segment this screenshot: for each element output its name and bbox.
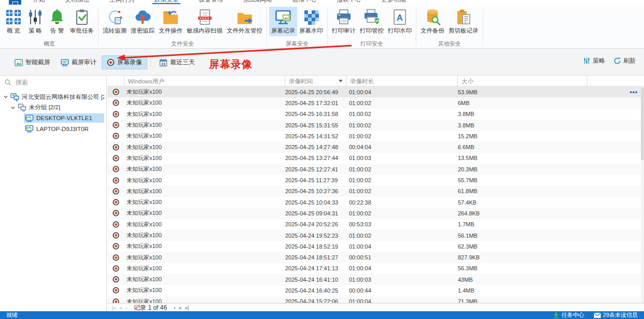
ribbon-button[interactable]: 泄密追踪: [129, 7, 157, 36]
vertical-scrollbar[interactable]: [641, 86, 644, 303]
toolbar-button[interactable]: 23最近三天: [154, 55, 200, 69]
ribbon-button[interactable]: 策 略: [24, 7, 46, 36]
device-tree: 河北安固云网络科技有限公司 [2/2]未分组 [2/2]DESKTOP-VLKT…: [0, 88, 106, 134]
table-row[interactable]: 未知玩家x1002025-04-25 12:27:4101:00:0220.3M…: [107, 164, 641, 175]
unread-messages-button[interactable]: 29条未读信息: [594, 311, 638, 319]
sort-desc-icon[interactable]: [339, 80, 343, 82]
table-row[interactable]: 未知玩家x1002025-04-24 18:52:1901:00:0462.3M…: [107, 241, 641, 252]
record-dot-icon: [113, 254, 119, 261]
column-header-大小[interactable]: 大小: [458, 76, 587, 86]
toolbar-button[interactable]: 截屏审计: [55, 55, 102, 69]
ribbon-button[interactable]: 文件操作: [157, 7, 185, 36]
tab-2[interactable]: 文档加密: [58, 0, 96, 5]
table-row[interactable]: 未知玩家x1002025-04-25 15:31:5501:00:023.8MB…: [107, 120, 641, 130]
table-row[interactable]: 未知玩家x1002025-04-24 17:41:1301:00:0456.3M…: [107, 263, 641, 274]
search-input[interactable]: [15, 78, 94, 86]
user-cell: 未知玩家x100: [124, 276, 285, 283]
size-cell: 13.5MB: [458, 155, 587, 161]
mail-icon: [594, 312, 601, 318]
toolbar-button[interactable]: 屏幕录像: [102, 55, 147, 69]
ribbon-button[interactable]: 屏幕记录: [269, 7, 297, 36]
toolbar-right-button[interactable]: 刷新: [613, 56, 636, 65]
table-row[interactable]: 未知玩家x1002025-04-24 19:52:2301:00:0256.1M…: [107, 230, 641, 241]
ribbon-button[interactable]: 流转追溯: [101, 7, 129, 36]
db-search-icon: [424, 8, 441, 26]
tree-node-3[interactable]: DESKTOP-VLKTLE1: [0, 113, 106, 124]
column-header-录像时间[interactable]: 录像时间: [285, 76, 346, 86]
ribbon-button[interactable]: 打印审计: [330, 7, 358, 36]
ribbon-button[interactable]: 打印管控: [358, 7, 386, 36]
column-header-录像时长[interactable]: 录像时长: [346, 76, 458, 86]
ribbon-button-label: 泄密追踪: [131, 27, 155, 35]
pager-first-button[interactable]: |«: [110, 305, 118, 311]
column-header-icon[interactable]: [107, 76, 124, 86]
pager-last-button[interactable]: »|: [183, 305, 190, 311]
ribbon-button[interactable]: 告 警: [46, 7, 68, 36]
scrollbar-thumb[interactable]: [641, 88, 644, 160]
annotation-text: 屏幕录像: [209, 57, 253, 71]
ribbon-button[interactable]: 文件外发管控: [225, 7, 264, 36]
more-icon[interactable]: •••: [587, 89, 641, 96]
tree-node-2[interactable]: 未分组 [2/2]: [0, 103, 106, 113]
task-center-button[interactable]: 任务中心: [553, 311, 584, 319]
table-row[interactable]: 未知玩家x1002025-04-25 14:31:5201:00:0215.2M…: [107, 130, 641, 141]
chevron-down-icon[interactable]: [2, 94, 9, 99]
table-row[interactable]: 未知玩家x1002025-04-25 14:27:4800:04:046.6MB…: [107, 141, 641, 152]
record-cell: [107, 243, 124, 250]
column-header-Windows用户[interactable]: Windows用户: [124, 76, 285, 86]
table-row[interactable]: 未知玩家x1002025-04-25 20:56:4901:00:0453.9M…: [107, 86, 641, 97]
pager-prev-button[interactable]: ‹: [124, 305, 129, 311]
toolbar-button[interactable]: 智能截屏: [9, 55, 55, 69]
table-row[interactable]: 未知玩家x1002025-04-24 18:51:2700:00:51827.9…: [107, 252, 641, 263]
user-cell: 未知玩家x100: [124, 187, 285, 195]
table-row[interactable]: 未知玩家x1002025-04-25 10:27:3601:00:0261.8M…: [107, 186, 641, 197]
toolbar-right-button[interactable]: 策略: [583, 56, 605, 65]
tab-5[interactable]: 设备管理: [192, 0, 230, 5]
column-header-label: 大小: [461, 78, 473, 84]
tree-node-4[interactable]: LAPTOP-D9J3IT0R: [0, 124, 106, 135]
ribbon-button[interactable]: 审批任务: [68, 7, 96, 36]
record-cell: [107, 287, 124, 294]
size-cell: 6.6MB: [458, 144, 587, 150]
ribbon-button[interactable]: 屏幕水印: [297, 7, 325, 36]
tab-8[interactable]: 报表中心: [330, 0, 368, 5]
user-cell: 未知玩家x100: [124, 209, 285, 217]
table-row[interactable]: 未知玩家x1002025-04-24 20:52:2600:53:031.7MB…: [107, 219, 641, 230]
tree-node-1[interactable]: 河北安固云网络科技有限公司 [2/2]: [0, 92, 106, 103]
time-cell: 2025-04-25 17:32:01: [285, 100, 346, 106]
record-cell: [107, 210, 124, 216]
tab-9[interactable]: 更多功能: [374, 0, 413, 5]
table-header: Windows用户录像时间录像时长大小: [107, 76, 644, 86]
pager-next-group-button[interactable]: »: [177, 305, 183, 311]
table-row[interactable]: 未知玩家x1002025-04-24 16:41:1001:00:0343MB•…: [107, 274, 641, 285]
chevron-down-icon[interactable]: [9, 105, 17, 110]
pager-prev-group-button[interactable]: «: [118, 305, 124, 311]
tab-7[interactable]: 运维中心: [285, 0, 324, 5]
tab-4[interactable]: 数据安全: [147, 0, 186, 5]
table-row[interactable]: 未知玩家x1002025-04-24 15:22:0601:00:0471.3M…: [107, 296, 641, 303]
ribbon-button[interactable]: A打印水印: [386, 7, 414, 36]
table-row[interactable]: 未知玩家x1002025-04-25 11:27:3901:00:0255.7M…: [107, 175, 641, 185]
table-row[interactable]: 未知玩家x1002025-04-25 10:04:3300:22:3857.4K…: [107, 197, 641, 208]
record-dot-icon: [113, 298, 119, 303]
table-row[interactable]: 未知玩家x1002025-04-25 17:32:0101:00:026MB••…: [107, 97, 641, 108]
ribbon-button[interactable]: 敏感内容扫描: [185, 7, 225, 36]
pager: |««‹ 记录 1 of 46 ›»»|: [107, 303, 644, 312]
record-cell: [107, 199, 124, 206]
table-row[interactable]: 未知玩家x1002025-04-25 13:27:4401:00:0313.5M…: [107, 153, 641, 164]
checker-icon: [302, 8, 320, 26]
record-cell: [107, 265, 124, 272]
table-row[interactable]: 未知玩家x1002025-04-25 16:31:5801:00:023.8MB…: [107, 109, 641, 120]
ribbon-button[interactable]: 文件备份: [418, 7, 446, 36]
ribbon-button[interactable]: 概 览: [3, 7, 24, 36]
table-row[interactable]: 未知玩家x1002025-04-25 09:04:3101:00:02264.8…: [107, 208, 641, 219]
tab-bar: 开始文档加密上网行为数据安全设备管理系统&网络运维中心报表中心更多功能: [0, 0, 644, 5]
duration-cell: 01:00:02: [346, 111, 458, 117]
app-menu-button[interactable]: [9, 0, 21, 5]
ribbon-button[interactable]: 剪切板记录: [446, 7, 481, 36]
tab-6[interactable]: 系统&网络: [236, 0, 279, 5]
table-row[interactable]: 未知玩家x1002025-04-24 16:40:2500:00:441.4MB…: [107, 285, 641, 296]
record-cell: [107, 188, 124, 195]
tab-3[interactable]: 上网行为: [103, 0, 141, 5]
tab-1[interactable]: 开始: [26, 0, 52, 5]
